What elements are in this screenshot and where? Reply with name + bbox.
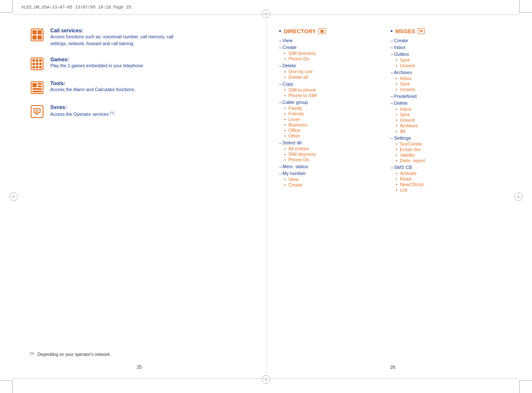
- tools-desc: Access the Alarm and Calculator function…: [50, 86, 136, 93]
- msges-level2-item: SceCentre: [390, 141, 498, 146]
- directory-level2-item: Delete all: [279, 75, 387, 80]
- msges-level2-item: All: [390, 129, 498, 134]
- tools-title: Tools:: [50, 80, 136, 86]
- directory-level1-item: Delete: [279, 63, 387, 68]
- corner-top-left: [0, 0, 13, 13]
- directory-bullet: •: [279, 28, 281, 34]
- directory-icon: ▦: [318, 28, 326, 34]
- directory-level2-item: Create: [279, 182, 387, 187]
- msges-level1-item: Settings: [390, 135, 498, 141]
- directory-level2-item: Phone Dir.: [279, 56, 387, 61]
- msges-level1-item: SMS CB: [390, 165, 498, 170]
- games-icon: [31, 57, 43, 70]
- page-left: Call services: Access functions such as:…: [13, 15, 266, 378]
- directory-level2-item: Phone to SIM: [279, 93, 387, 98]
- call-services-icon-box: [30, 28, 44, 42]
- msges-level2-item: Inbox: [390, 76, 498, 81]
- svces-desc: Access the Operator services (1).: [50, 110, 116, 118]
- svces-icon-box: [30, 104, 44, 119]
- directory-level1-item: Select dir.: [279, 140, 387, 145]
- msges-title: MSGES: [395, 28, 415, 34]
- directory-level2-item: Family: [279, 106, 387, 111]
- tools-text: Tools: Access the Alarm and Calculator f…: [50, 80, 136, 93]
- corner-top-right: [519, 0, 532, 13]
- directory-level2-item: Lover: [279, 117, 387, 122]
- footnote-marker: (1) Depending on your operator's network…: [30, 352, 111, 357]
- svg-rect-10: [36, 63, 38, 65]
- page-number-right: 26: [390, 364, 395, 370]
- directory-level1-item: View: [279, 38, 387, 43]
- call-services-title: Call services:: [50, 28, 173, 34]
- svg-rect-12: [32, 66, 35, 69]
- call-services-text: Call services: Access functions such as:…: [50, 28, 173, 47]
- msges-bullet: •: [390, 28, 393, 34]
- msges-level2-item: Sent: [390, 112, 498, 117]
- footer-bar: [13, 378, 519, 393]
- games-icon-box: [30, 57, 44, 71]
- svg-rect-17: [38, 83, 42, 85]
- corner-bottom-right: [519, 380, 532, 393]
- page-number-left: 25: [137, 364, 142, 370]
- svg-rect-14: [39, 66, 42, 69]
- directory-level2-item: Office: [279, 128, 387, 133]
- svces-title: Svces:: [50, 104, 116, 110]
- directory-level2-item: Other: [279, 133, 387, 138]
- msges-level1-item: Archives: [390, 70, 498, 75]
- header-text: VLE5_UM_USA–13–07–05 13/07/05 10:18 Page…: [21, 5, 131, 10]
- games-item: Games: Play the 2 games embedded in your…: [30, 57, 253, 71]
- footnote: (1) Depending on your operator's network…: [30, 351, 253, 357]
- phone-icon: [31, 29, 43, 41]
- directory-level2-item: SIM to phone: [279, 87, 387, 92]
- msges-level1-item: Delete: [390, 100, 498, 106]
- svg-rect-16: [32, 83, 37, 87]
- msges-level2-item: Inbox: [390, 106, 498, 112]
- msges-header: • MSGES ✉: [390, 28, 498, 34]
- msges-level2-item: Validity: [390, 152, 498, 158]
- directory-title: DIRECTORY: [283, 28, 316, 34]
- directory-level2-item: Phone Dir.: [279, 157, 387, 162]
- directory-level1-item: Copy: [279, 81, 387, 86]
- svg-rect-2: [38, 30, 42, 34]
- svces-icon: [31, 105, 43, 118]
- directory-level2-item: SIM directory: [279, 51, 387, 56]
- directory-level2-item: One by one: [279, 69, 387, 74]
- msges-level2-item: Archives: [390, 123, 498, 128]
- svg-rect-9: [32, 63, 35, 65]
- header-bar: VLE5_UM_USA–13–07–05 13/07/05 10:18 Page…: [13, 0, 519, 15]
- directory-level2-item: SIM directory: [279, 152, 387, 157]
- content-area: Call services: Access functions such as:…: [13, 15, 519, 378]
- directory-level1-item: My number: [279, 171, 387, 176]
- corner-bottom-left: [0, 380, 13, 393]
- tools-item: Tools: Access the Alarm and Calculator f…: [30, 80, 253, 95]
- svg-rect-8: [39, 59, 42, 62]
- games-desc: Play the 2 games embedded in your teleph…: [50, 63, 144, 69]
- msges-icon: ✉: [418, 28, 425, 34]
- msges-level2-item: Read: [390, 176, 498, 181]
- svg-rect-11: [39, 63, 42, 65]
- svces-text: Svces: Access the Operator services (1).: [50, 104, 116, 118]
- svg-rect-6: [32, 59, 35, 62]
- msges-level2-item: Sent: [390, 57, 498, 63]
- svg-rect-18: [38, 86, 42, 87]
- call-services-item: Call services: Access functions such as:…: [30, 28, 253, 47]
- msges-column: • MSGES ✉ CreateInboxOutboxSentUnsentArc…: [390, 28, 502, 193]
- directory-level2-item: All entries: [279, 146, 387, 151]
- games-title: Games:: [50, 57, 144, 63]
- tools-icon-box: [30, 80, 44, 95]
- svces-item: Svces: Access the Operator services (1).: [30, 104, 253, 119]
- svg-rect-13: [36, 66, 38, 69]
- directory-header: • DIRECTORY ▦: [279, 28, 387, 34]
- directory-level2-item: Business: [279, 122, 387, 127]
- svg-rect-4: [38, 35, 42, 40]
- msges-level1-item: Inbox: [390, 45, 498, 50]
- games-text: Games: Play the 2 games embedded in your…: [50, 57, 144, 69]
- directory-level1-item: Create: [279, 45, 387, 50]
- msges-level2-item: Unsent: [390, 63, 498, 68]
- msges-level2-item: NewCBcod.: [390, 182, 498, 187]
- directory-list: ViewCreateSIM directoryPhone Dir.DeleteO…: [279, 38, 387, 187]
- msges-level2-item: Unsent: [390, 118, 498, 123]
- svg-rect-1: [32, 30, 37, 34]
- svg-rect-20: [32, 91, 42, 92]
- msges-level1-item: Predefined: [390, 94, 498, 99]
- msges-level2-item: Deliv. report: [390, 158, 498, 163]
